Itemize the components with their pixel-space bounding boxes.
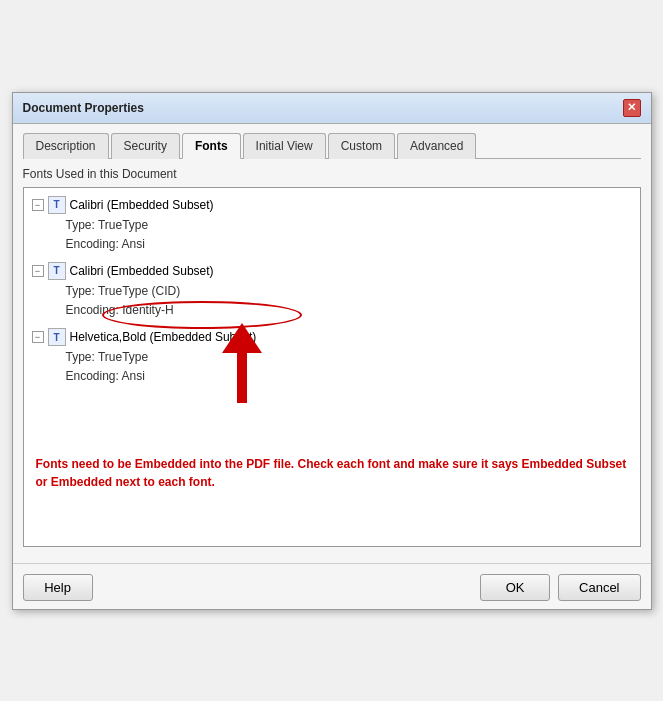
font-details-1: Type: TrueType Encoding: Ansi bbox=[32, 216, 632, 254]
ok-button[interactable]: OK bbox=[480, 574, 550, 601]
dialog-footer: Help OK Cancel bbox=[13, 563, 651, 609]
tree-collapse-icon-3[interactable]: − bbox=[32, 331, 44, 343]
tree-collapse-icon-1[interactable]: − bbox=[32, 199, 44, 211]
font-encoding-3: Encoding: Ansi bbox=[66, 367, 632, 386]
tab-description[interactable]: Description bbox=[23, 133, 109, 159]
fonts-panel: − T Calibri (Embedded Subset) Type: True… bbox=[23, 187, 641, 547]
font-type-icon-1: T bbox=[48, 196, 66, 214]
document-properties-dialog: Document Properties ✕ Description Securi… bbox=[12, 92, 652, 610]
font-type-2: Type: TrueType (CID) bbox=[66, 282, 632, 301]
section-label: Fonts Used in this Document bbox=[23, 167, 641, 181]
window-title: Document Properties bbox=[23, 101, 144, 115]
tab-bar: Description Security Fonts Initial View … bbox=[23, 132, 641, 159]
font-entry-row-2: − T Calibri (Embedded Subset) bbox=[32, 262, 632, 280]
tab-security[interactable]: Security bbox=[111, 133, 180, 159]
tab-fonts[interactable]: Fonts bbox=[182, 133, 241, 159]
title-bar: Document Properties ✕ bbox=[13, 93, 651, 124]
font-details-2: Type: TrueType (CID) Encoding: Identity-… bbox=[32, 282, 632, 320]
tree-collapse-icon-2[interactable]: − bbox=[32, 265, 44, 277]
font-group-2: − T Calibri (Embedded Subset) Type: True… bbox=[32, 262, 632, 320]
font-encoding-2: Encoding: Identity-H bbox=[66, 301, 632, 320]
font-type-1: Type: TrueType bbox=[66, 216, 632, 235]
tab-initial-view[interactable]: Initial View bbox=[243, 133, 326, 159]
font-group-1: − T Calibri (Embedded Subset) Type: True… bbox=[32, 196, 632, 254]
font-tree: − T Calibri (Embedded Subset) Type: True… bbox=[32, 196, 632, 387]
font-name-3: Helvetica,Bold (Embedded Subset) bbox=[70, 330, 257, 344]
font-group-3: − T Helvetica,Bold (Embedded Subset) Typ… bbox=[32, 328, 632, 386]
font-type-icon-3: T bbox=[48, 328, 66, 346]
font-type-icon-2: T bbox=[48, 262, 66, 280]
font-entry-row-1: − T Calibri (Embedded Subset) bbox=[32, 196, 632, 214]
footer-right-buttons: OK Cancel bbox=[480, 574, 640, 601]
font-name-2: Calibri (Embedded Subset) bbox=[70, 264, 214, 278]
tab-advanced[interactable]: Advanced bbox=[397, 133, 476, 159]
annotation-notice: Fonts need to be Embedded into the PDF f… bbox=[36, 455, 628, 491]
font-name-1: Calibri (Embedded Subset) bbox=[70, 198, 214, 212]
font-details-3: Type: TrueType Encoding: Ansi bbox=[32, 348, 632, 386]
font-entry-row-3: − T Helvetica,Bold (Embedded Subset) bbox=[32, 328, 632, 346]
close-button[interactable]: ✕ bbox=[623, 99, 641, 117]
tab-custom[interactable]: Custom bbox=[328, 133, 395, 159]
dialog-body: Description Security Fonts Initial View … bbox=[13, 124, 651, 557]
cancel-button[interactable]: Cancel bbox=[558, 574, 640, 601]
font-encoding-1: Encoding: Ansi bbox=[66, 235, 632, 254]
help-button[interactable]: Help bbox=[23, 574, 93, 601]
font-type-3: Type: TrueType bbox=[66, 348, 632, 367]
